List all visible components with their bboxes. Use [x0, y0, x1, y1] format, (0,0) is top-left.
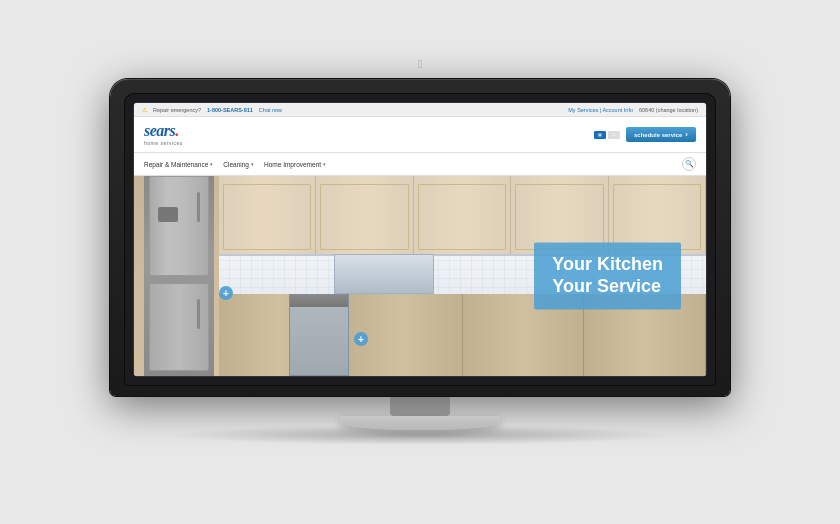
fridge-dispenser [158, 207, 178, 222]
apple-logo:  [418, 57, 422, 71]
hero-section: + + Your Kitchen Your Service [134, 176, 706, 376]
cabinet-door-1 [219, 176, 316, 256]
nav-arrow-repair: ▾ [210, 161, 213, 167]
logo-dot: . [175, 122, 179, 139]
list-icon: ≡ [613, 132, 615, 137]
nav-bar: Repair & Maintenance ▾ Cleaning ▾ Home I… [134, 153, 706, 176]
fridge-handle-bottom [197, 299, 200, 329]
schedule-service-button[interactable]: schedule service [626, 127, 696, 142]
view-toggle: ▦ ≡ [594, 131, 620, 139]
nav-arrow-home-improvement: ▾ [323, 161, 326, 167]
dishwasher-panel [290, 295, 348, 307]
dishwasher [289, 294, 349, 376]
nav-item-repair[interactable]: Repair & Maintenance ▾ [144, 161, 213, 168]
hero-text-overlay: Your Kitchen Your Service [534, 242, 681, 309]
sink-area [334, 254, 434, 294]
fridge-handle-top [197, 192, 200, 222]
repair-emergency-text: Repair emergency? [153, 107, 201, 113]
nav-item-home-improvement[interactable]: Home Improvement ▾ [264, 161, 326, 168]
plus-marker-2[interactable]: + [354, 332, 368, 346]
search-button[interactable]: 🔍 [682, 157, 696, 171]
warning-icon: ⚠ [142, 106, 147, 113]
logo-area: sears. home services [144, 123, 183, 146]
zip-location[interactable]: 60640 (change location) [639, 107, 698, 113]
monitor-body: ⚠ Repair emergency? 1-800-SEARS-911 Chat… [110, 79, 730, 396]
logo-sears[interactable]: sears [144, 122, 175, 139]
utility-bar-right: My Services | Account Info 60640 (change… [568, 107, 698, 113]
header-right: ▦ ≡ schedule service [594, 127, 696, 142]
hero-title-line2: Your Service [552, 276, 663, 298]
nav-search-area: 🔍 [682, 157, 696, 171]
cabinet-door-2 [316, 176, 413, 256]
website: ⚠ Repair emergency? 1-800-SEARS-911 Chat… [134, 103, 706, 376]
nav-label-home-improvement: Home Improvement [264, 161, 321, 168]
screen: ⚠ Repair emergency? 1-800-SEARS-911 Chat… [133, 102, 707, 377]
grid-icon: ▦ [598, 132, 602, 137]
utility-bar: ⚠ Repair emergency? 1-800-SEARS-911 Chat… [134, 103, 706, 117]
phone-number[interactable]: 1-800-SEARS-911 [207, 107, 253, 113]
nav-item-cleaning[interactable]: Cleaning ▾ [223, 161, 254, 168]
chat-link[interactable]: Chat now [259, 107, 282, 113]
grid-view-btn[interactable]: ▦ [594, 131, 606, 139]
monitor-wrapper: ⚠ Repair emergency? 1-800-SEARS-911 Chat… [110, 79, 730, 445]
logo-text: sears. [144, 123, 183, 139]
fridge-door-bottom [149, 283, 209, 371]
utility-bar-left: ⚠ Repair emergency? 1-800-SEARS-911 Chat… [142, 106, 282, 113]
fridge [144, 176, 214, 376]
header: sears. home services ▦ ≡ [134, 117, 706, 153]
fridge-door-top [149, 176, 209, 276]
nav-label-cleaning: Cleaning [223, 161, 249, 168]
cabinet-door-3 [414, 176, 511, 256]
monitor-bezel: ⚠ Repair emergency? 1-800-SEARS-911 Chat… [124, 93, 716, 386]
list-view-btn[interactable]: ≡ [608, 131, 620, 139]
monitor-stand-neck:  [390, 396, 450, 416]
account-links[interactable]: My Services | Account Info [568, 107, 633, 113]
plus-marker-1[interactable]: + [219, 286, 233, 300]
hero-title-line1: Your Kitchen [552, 254, 663, 276]
logo-subtitle: home services [144, 140, 183, 146]
nav-arrow-cleaning: ▾ [251, 161, 254, 167]
nav-label-repair: Repair & Maintenance [144, 161, 208, 168]
